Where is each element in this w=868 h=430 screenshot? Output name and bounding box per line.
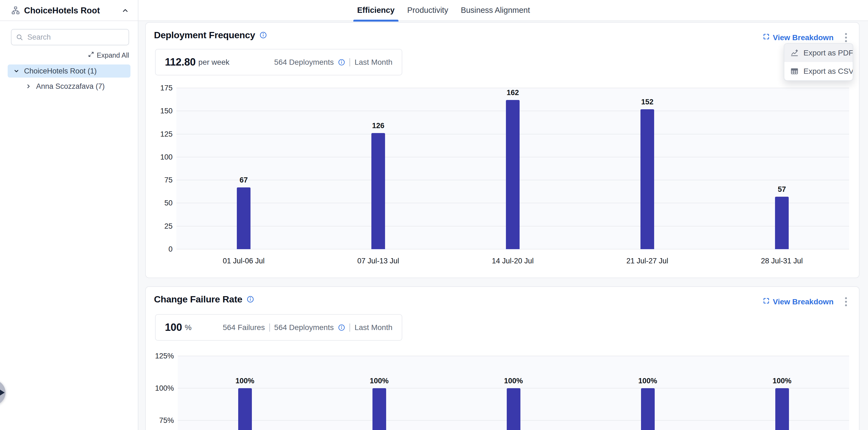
bar-value-label: 162 [486, 88, 540, 97]
play-icon [0, 389, 5, 396]
search-box [11, 29, 129, 45]
y-axis-tick-label: 0 [146, 244, 173, 254]
y-axis-tick-label: 50 [146, 198, 173, 208]
bar[interactable] [506, 100, 520, 249]
deployment-frequency-card: Deployment Frequency View Breakdown 112.… [145, 22, 860, 278]
sidebar-header: ChoiceHotels Root [0, 0, 138, 21]
table-icon [790, 67, 799, 75]
bar[interactable] [371, 133, 385, 249]
search-input[interactable] [11, 30, 128, 45]
expand-all-icon [88, 51, 94, 59]
y-axis-tick-label: 100% [146, 384, 174, 393]
x-axis-category-label: 01 Jul-06 Jul [189, 256, 298, 266]
y-axis-tick-label: 75% [146, 416, 174, 425]
x-axis-category-label: 21 Jul-27 Jul [593, 256, 702, 266]
tree-item-label: Anna Scozzafava (7) [36, 82, 105, 91]
bar[interactable] [237, 188, 250, 249]
top-bar: EfficiencyProductivityBusiness Alignment [138, 0, 868, 21]
menu-item-label: Export as CSV [803, 67, 853, 76]
sidebar: ChoiceHotels Root Expand All ChoiceHotel… [0, 0, 138, 430]
change-failure-rate-card: Change Failure Rate View Breakdown 100 %… [145, 286, 860, 430]
gridline [178, 356, 849, 356]
y-axis-tick-label: 125% [146, 351, 174, 361]
tab-business-alignment[interactable]: Business Alignment [457, 0, 534, 21]
tree-item-choicehotels-root-1[interactable]: ChoiceHotels Root (1) [8, 64, 130, 77]
y-axis-tick-label: 125 [146, 130, 173, 139]
bar-value-label: 152 [620, 97, 675, 106]
bar-value-label: 126 [351, 121, 406, 130]
chevron-right-icon[interactable] [25, 83, 32, 90]
chart-plus-icon [790, 49, 799, 57]
org-tree: ChoiceHotels Root (1)Anna Scozzafava (7) [8, 64, 130, 95]
export-menu: Export as PDFExport as CSV [784, 43, 853, 81]
menu-item-label: Export as PDF [803, 48, 853, 57]
y-axis-tick-label: 175 [146, 83, 173, 93]
bar-value-label: 100% [621, 376, 675, 386]
y-axis-tick-label: 75 [146, 175, 173, 185]
change-failure-rate-chart: 125%100%75%100%100%100%100%100% [146, 287, 859, 430]
sidebar-title: ChoiceHotels Root [24, 0, 100, 21]
bar-value-label: 67 [216, 175, 271, 185]
y-axis-tick-label: 100 [146, 153, 173, 162]
bar[interactable] [372, 388, 386, 430]
expand-all-button[interactable]: Expand All [11, 51, 129, 60]
bar[interactable] [641, 388, 655, 430]
tab-bar: EfficiencyProductivityBusiness Alignment [353, 0, 534, 21]
expand-all-label: Expand All [97, 52, 129, 59]
tree-item-anna-scozzafava-7[interactable]: Anna Scozzafava (7) [8, 80, 130, 92]
menu-item-export-as-pdf[interactable]: Export as PDF [784, 44, 853, 62]
x-axis-category-label: 14 Jul-20 Jul [458, 256, 567, 266]
x-axis-category-label: 28 Jul-31 Jul [727, 256, 837, 266]
menu-item-export-as-csv[interactable]: Export as CSV [784, 62, 853, 80]
x-axis-category-label: 07 Jul-13 Jul [323, 256, 433, 266]
bar-value-label: 100% [755, 376, 809, 386]
bar-value-label: 100% [218, 376, 272, 386]
org-hierarchy-icon [11, 6, 20, 15]
y-axis-tick-label: 25 [146, 222, 173, 231]
bar[interactable] [641, 109, 654, 249]
chevron-up-icon[interactable] [121, 7, 129, 14]
chevron-down-icon[interactable] [13, 68, 20, 74]
bar[interactable] [238, 388, 252, 430]
bar[interactable] [507, 388, 520, 430]
tab-productivity[interactable]: Productivity [403, 0, 452, 21]
bar-value-label: 100% [486, 376, 541, 386]
deployment-frequency-chart: 17515012510075502506701 Jul-06 Jul12607 … [146, 23, 859, 277]
bar[interactable] [775, 197, 789, 249]
tree-item-label: ChoiceHotels Root (1) [24, 67, 97, 75]
bar[interactable] [775, 388, 789, 430]
y-axis-tick-label: 150 [146, 106, 173, 115]
bar-value-label: 57 [754, 185, 809, 194]
bar-value-label: 100% [352, 376, 407, 386]
tab-efficiency[interactable]: Efficiency [353, 0, 398, 21]
